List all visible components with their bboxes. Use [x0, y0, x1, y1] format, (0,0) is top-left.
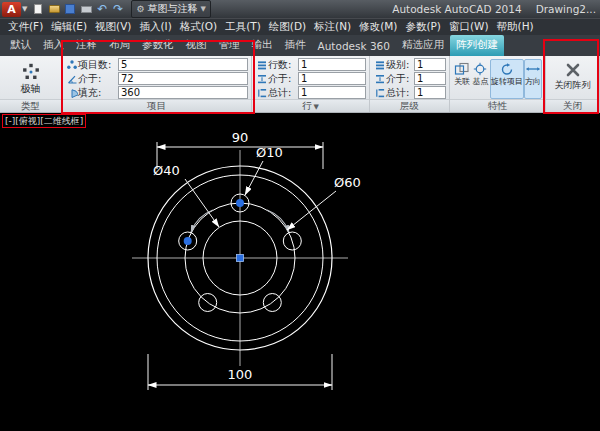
panel-label-close[interactable]: 关闭 — [546, 99, 599, 112]
field-level-spacing: 介于: — [373, 72, 446, 85]
plot-button[interactable] — [79, 2, 93, 16]
array-direction-arc-right — [267, 210, 289, 232]
close-x-icon — [565, 62, 581, 78]
menu-window[interactable]: 窗口(W) — [445, 20, 493, 34]
leader-d60[interactable]: Ø60 — [287, 175, 361, 230]
row-total-input[interactable] — [298, 86, 366, 99]
panel-label-items[interactable]: 项目 — [62, 99, 251, 112]
item-grip-top[interactable] — [236, 199, 244, 207]
item-grip-left[interactable] — [184, 237, 192, 245]
leader-d10[interactable]: Ø10 — [245, 145, 283, 195]
dim-90-text: 90 — [232, 130, 249, 145]
workspace-label: 草图与注释 — [147, 2, 197, 16]
tab-insert[interactable]: 插入 — [37, 35, 70, 56]
base-point-button[interactable]: 基点 — [471, 59, 489, 99]
level-count-icon — [373, 59, 386, 71]
menu-file[interactable]: 文件(F) — [4, 20, 47, 34]
chevron-down-icon: ▼ — [200, 5, 205, 13]
panel-label-type[interactable]: 类型 — [0, 99, 61, 112]
save-icon — [65, 4, 75, 14]
angle-between-input[interactable] — [118, 72, 248, 85]
panel-label-properties[interactable]: 特性 — [450, 99, 545, 112]
menu-edit[interactable]: 编辑(E) — [47, 20, 91, 34]
fill-angle-icon — [65, 87, 78, 99]
field-angle-between: 介于: — [65, 72, 248, 85]
tab-home[interactable]: 默认 — [4, 35, 37, 56]
label-d10-text: Ø10 — [256, 145, 283, 160]
tab-view[interactable]: 视图 — [180, 35, 213, 56]
document-title: Drawing2... — [536, 3, 596, 15]
direction-button[interactable]: 方向 — [524, 59, 542, 99]
tab-array-creation[interactable]: 阵列创建 — [450, 35, 504, 56]
panel-label-levels[interactable]: 层级 — [370, 99, 449, 112]
workspace-switcher[interactable]: ⚙ 草图与注释 ▼ — [131, 0, 210, 18]
app-menu-button[interactable]: A — [2, 2, 21, 17]
tab-manage[interactable]: 管理 — [213, 35, 246, 56]
viewport-controls[interactable]: [-][俯视][二维线框] — [2, 114, 86, 128]
rotate-items-icon — [499, 62, 515, 76]
level-total-label: 总计: — [386, 86, 414, 100]
label-d60-text: Ø60 — [334, 175, 361, 190]
direction-icon — [525, 62, 541, 76]
panel-type: 极轴 类型 — [0, 56, 62, 112]
level-spacing-input[interactable] — [414, 72, 446, 85]
cad-drawing[interactable]: 90 100 Ø40 Ø10 Ø60 — [0, 113, 600, 431]
tab-output[interactable]: 输出 — [246, 35, 279, 56]
level-total-input[interactable] — [414, 86, 446, 99]
menu-format[interactable]: 格式(O) — [176, 20, 221, 34]
menu-draw[interactable]: 绘图(D) — [265, 20, 310, 34]
angle-between-icon — [65, 73, 78, 85]
row-spacing-input[interactable] — [298, 72, 366, 85]
tab-autodesk-360[interactable]: Autodesk 360 — [312, 37, 396, 56]
rotate-items-button[interactable]: 旋转项目 — [490, 59, 524, 99]
autocad-logo: A — [7, 3, 16, 16]
level-spacing-label: 介于: — [386, 72, 414, 86]
tab-annotate[interactable]: 注释 — [70, 35, 103, 56]
row-spacing-icon — [255, 73, 268, 85]
menu-modify[interactable]: 修改(M) — [355, 20, 401, 34]
level-total-icon — [373, 87, 386, 99]
panel-properties: 关联 基点 — [450, 56, 546, 112]
tab-plugins[interactable]: 插件 — [279, 35, 312, 56]
ribbon: 极轴 类型 项目数: 介于: — [0, 56, 600, 113]
new-file-button[interactable] — [31, 2, 45, 16]
row-count-label: 行数: — [268, 58, 298, 72]
associative-icon — [454, 62, 470, 76]
tab-parametric[interactable]: 参数化 — [136, 35, 180, 56]
close-array-button[interactable]: 关闭阵列 — [549, 58, 596, 92]
open-file-button[interactable] — [47, 2, 61, 16]
menu-parametric[interactable]: 参数(P) — [401, 20, 445, 34]
label-d40-text: Ø40 — [153, 163, 180, 178]
open-folder-icon — [49, 5, 60, 13]
tab-featured-apps[interactable]: 精选应用 — [396, 35, 450, 56]
polar-array-icon — [21, 61, 41, 81]
tab-layout[interactable]: 布局 — [103, 35, 136, 56]
item-count-input[interactable] — [118, 58, 248, 71]
field-level-total: 总计: — [373, 86, 446, 99]
printer-icon — [81, 6, 92, 13]
panel-close: 关闭阵列 关闭 — [546, 56, 600, 112]
row-count-input[interactable] — [298, 58, 366, 71]
model-space-canvas[interactable]: 90 100 Ø40 Ø10 Ø60 — [0, 113, 600, 431]
fill-angle-label: 填充: — [78, 86, 118, 100]
save-button[interactable] — [63, 2, 77, 16]
level-count-input[interactable] — [414, 58, 446, 71]
polar-array-type-button[interactable]: 极轴 — [3, 58, 58, 96]
associative-button[interactable]: 关联 — [453, 59, 471, 99]
item-count-label: 项目数: — [78, 58, 118, 72]
menu-help[interactable]: 帮助(H) — [493, 20, 538, 34]
field-row-total: 总计: — [255, 86, 366, 99]
fill-angle-input[interactable] — [118, 86, 248, 99]
menu-dimension[interactable]: 标注(N) — [310, 20, 355, 34]
center-grip[interactable] — [237, 255, 244, 262]
redo-button[interactable]: ↷ — [111, 2, 125, 16]
app-title: Autodesk AutoCAD 2014 — [392, 3, 521, 15]
title-bar: A ▼ ↶ ↷ ⚙ 草图与注释 ▼ Autodesk AutoCAD 2014D… — [0, 0, 600, 18]
menu-tools[interactable]: 工具(T) — [221, 20, 265, 34]
row-total-label: 总计: — [268, 86, 298, 100]
menu-view[interactable]: 视图(V) — [91, 20, 135, 34]
panel-label-rows[interactable]: 行▼ — [252, 99, 369, 112]
undo-button[interactable]: ↶ — [95, 2, 109, 16]
menu-insert[interactable]: 插入(I) — [135, 20, 175, 34]
menu-bar: 文件(F) 编辑(E) 视图(V) 插入(I) 格式(O) 工具(T) 绘图(D… — [0, 18, 600, 35]
